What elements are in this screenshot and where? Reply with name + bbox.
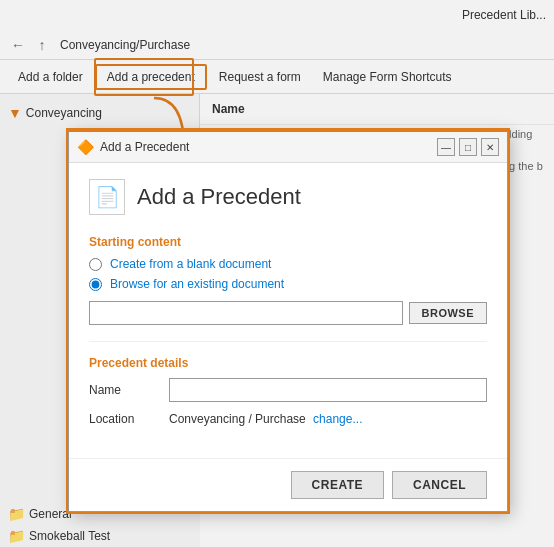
radio-existing-label: Browse for an existing document (110, 277, 284, 291)
section-divider (89, 341, 487, 342)
cancel-button[interactable]: CANCEL (392, 471, 487, 499)
precedent-details-title: Precedent details (89, 356, 487, 370)
dialog-heading-text: Add a Precedent (137, 184, 301, 210)
close-button[interactable]: ✕ (481, 138, 499, 156)
heading-doc-icon: 📄 (89, 179, 125, 215)
radio-blank-label: Create from a blank document (110, 257, 271, 271)
location-change-link[interactable]: change... (313, 412, 362, 426)
browse-row: BROWSE (89, 301, 487, 325)
maximize-button[interactable]: □ (459, 138, 477, 156)
browse-input[interactable] (89, 301, 403, 325)
location-value: Conveyancing / Purchase change... (169, 412, 487, 426)
doc-icon: 📄 (95, 185, 120, 209)
dialog-body: 📄 Add a Precedent Starting content Creat… (69, 163, 507, 458)
dialog-title: 🔶 Add a Precedent (77, 139, 189, 155)
radio-blank-doc[interactable]: Create from a blank document (89, 257, 487, 271)
radio-existing-input[interactable] (89, 278, 102, 291)
precedent-details-section: Precedent details Name Location Conveyan… (89, 356, 487, 426)
name-label: Name (89, 383, 159, 397)
create-button[interactable]: CREATE (291, 471, 384, 499)
starting-content-section: Starting content Create from a blank doc… (89, 235, 487, 325)
location-path: Conveyancing / Purchase (169, 412, 306, 426)
details-grid: Name Location Conveyancing / Purchase ch… (89, 378, 487, 426)
name-input[interactable] (169, 378, 487, 402)
radio-group: Create from a blank document Browse for … (89, 257, 487, 291)
dialog-titlebar: 🔶 Add a Precedent — □ ✕ (69, 132, 507, 163)
dialog-title-icon: 🔶 (77, 139, 94, 155)
radio-existing-doc[interactable]: Browse for an existing document (89, 277, 487, 291)
browse-button[interactable]: BROWSE (409, 302, 488, 324)
dialog-footer: CREATE CANCEL (69, 458, 507, 511)
add-precedent-dialog: 🔶 Add a Precedent — □ ✕ 📄 Add a Preceden… (68, 130, 508, 512)
dialog-heading: 📄 Add a Precedent (89, 179, 487, 215)
radio-blank-input[interactable] (89, 258, 102, 271)
minimize-button[interactable]: — (437, 138, 455, 156)
dialog-controls: — □ ✕ (437, 138, 499, 156)
dialog-title-text: Add a Precedent (100, 140, 189, 154)
starting-content-title: Starting content (89, 235, 487, 249)
location-label: Location (89, 412, 159, 426)
